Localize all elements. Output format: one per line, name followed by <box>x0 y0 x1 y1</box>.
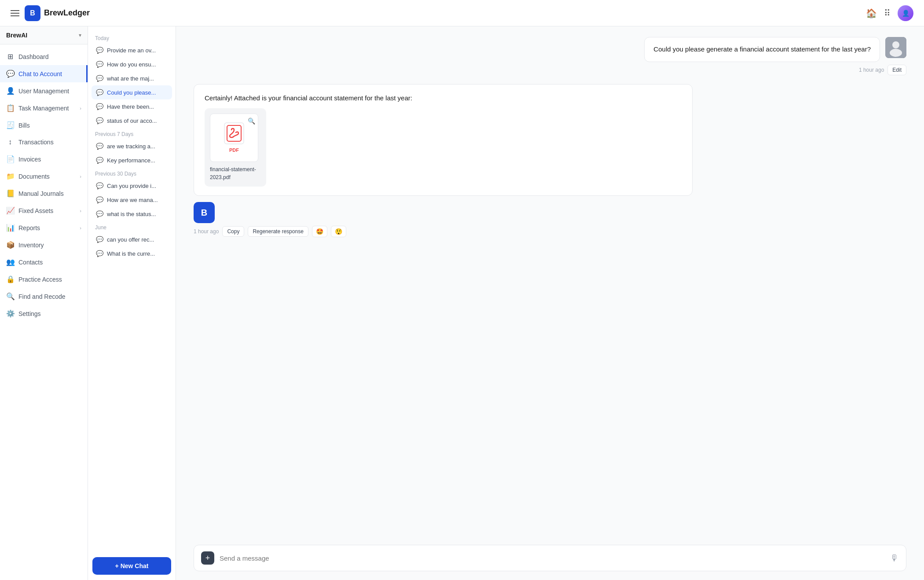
attach-button[interactable]: + <box>201 551 214 565</box>
user-message-row: Could you please generate a financial ac… <box>644 37 906 62</box>
sidebar-item-bills[interactable]: 🧾 Bills <box>0 117 88 134</box>
sidebar-item-transactions[interactable]: ↕ Transactions <box>0 134 88 151</box>
pdf-icon <box>224 122 245 145</box>
nav-icon-chat-to-account: 💬 <box>6 70 14 78</box>
hamburger-menu[interactable] <box>11 10 19 16</box>
chat-history-text-h3: what are the maj... <box>107 75 154 82</box>
pdf-attachment[interactable]: 🔍 PDF <box>205 108 266 187</box>
user-message-wrapper: Could you please generate a financial ac… <box>194 37 906 75</box>
ai-message-content: Certainly! Attached is your financial ac… <box>194 84 693 196</box>
sidebar-item-fixed-assets[interactable]: 📈 Fixed Assets › <box>0 202 88 219</box>
chat-history-item-h5[interactable]: 💬 Have there been... <box>92 99 172 114</box>
ai-message-text: Certainly! Attached is your financial ac… <box>205 93 682 103</box>
nav-chevron-fixed-assets: › <box>80 208 81 213</box>
sidebar-item-manual-journals[interactable]: 📒 Manual Journals <box>0 185 88 202</box>
sidebar-item-settings[interactable]: ⚙️ Settings <box>0 305 88 322</box>
nav-icon-settings: ⚙️ <box>6 309 14 318</box>
chat-section-label: Previous 30 Days <box>92 167 172 179</box>
nav-icon-invoices: 📄 <box>6 155 14 163</box>
grid-icon[interactable]: ⠿ <box>884 8 891 18</box>
sidebar-item-chat-to-account[interactable]: 💬 Chat to Account <box>0 65 88 82</box>
avatar-image: 👤 <box>898 5 913 21</box>
svg-point-2 <box>890 49 902 57</box>
chat-input-area: + 🎙 <box>176 538 924 580</box>
home-icon[interactable]: 🏠 <box>866 8 877 18</box>
sidebar-item-documents[interactable]: 📁 Documents › <box>0 168 88 185</box>
new-chat-button[interactable]: + New Chat <box>92 557 171 575</box>
message-input[interactable] <box>220 554 885 562</box>
nav-chevron-reports: › <box>80 225 81 231</box>
chat-history-text-h11: what is the status... <box>107 211 156 217</box>
nav-label-task-management: Task Management <box>18 105 69 112</box>
sidebar-item-find-and-recode[interactable]: 🔍 Find and Recode <box>0 288 88 305</box>
nav-items: ⊞ Dashboard 💬 Chat to Account 👤 User Man… <box>0 44 88 580</box>
chat-history-item-h3[interactable]: 💬 what are the maj... <box>92 71 172 85</box>
emoji-button-1[interactable]: 🤩 <box>312 226 327 237</box>
regenerate-button[interactable]: Regenerate response <box>248 226 308 237</box>
nav-icon-transactions: ↕ <box>6 138 14 146</box>
user-message-time: 1 hour ago <box>859 67 884 73</box>
top-header: B BrewLedger 🏠 ⠿ 👤 <box>0 0 924 26</box>
sidebar-item-reports[interactable]: 📊 Reports › <box>0 219 88 236</box>
chat-history-icon: 💬 <box>96 61 103 68</box>
chat-section-label: Today <box>92 32 172 43</box>
sidebar-item-inventory[interactable]: 📦 Inventory <box>0 236 88 253</box>
sidebar-item-practice-access[interactable]: 🔒 Practice Access <box>0 271 88 288</box>
copy-button[interactable]: Copy <box>222 226 244 237</box>
nav-label-bills: Bills <box>18 122 30 129</box>
nav-icon-dashboard: ⊞ <box>6 52 14 61</box>
chat-history-item-h10[interactable]: 💬 How are we mana... <box>92 193 172 207</box>
chat-history-item-h1[interactable]: 💬 Provide me an ov... <box>92 43 172 57</box>
nav-icon-find-and-recode: 🔍 <box>6 292 14 301</box>
nav-label-reports: Reports <box>18 224 40 231</box>
chat-sidebar-content: Today 💬 Provide me an ov... 💬 How do you… <box>88 26 176 552</box>
chat-history-item-h7[interactable]: 💬 are we tracking a... <box>92 139 172 153</box>
svg-point-1 <box>892 41 899 48</box>
chat-history-icon: 💬 <box>96 210 103 217</box>
tenant-selector[interactable]: BrewAI ▾ <box>0 26 88 44</box>
app-name: BrewLedger <box>44 8 90 18</box>
chat-history-text-h10: How are we mana... <box>107 197 158 203</box>
chat-history-item-h8[interactable]: 💬 Key performance... <box>92 153 172 167</box>
chat-history-icon: 💬 <box>96 236 103 243</box>
nav-chevron-documents: › <box>80 174 81 179</box>
nav-label-dashboard: Dashboard <box>18 53 49 60</box>
nav-label-invoices: Invoices <box>18 156 41 163</box>
chat-history-text-h12: can you offer rec... <box>107 236 154 243</box>
chat-history-item-h11[interactable]: 💬 what is the status... <box>92 207 172 221</box>
chat-history-item-h13[interactable]: 💬 What is the curre... <box>92 246 172 261</box>
chat-history-item-h6[interactable]: 💬 status of our acco... <box>92 114 172 128</box>
chat-history-item-h12[interactable]: 💬 can you offer rec... <box>92 232 172 246</box>
chat-history-sidebar: Today 💬 Provide me an ov... 💬 How do you… <box>88 26 176 580</box>
chat-history-text-h1: Provide me an ov... <box>107 47 156 54</box>
left-sidebar: BrewAI ▾ ⊞ Dashboard 💬 Chat to Account 👤… <box>0 26 88 580</box>
user-avatar[interactable]: 👤 <box>898 5 913 21</box>
pdf-label-text: PDF <box>229 147 239 154</box>
edit-button[interactable]: Edit <box>887 65 906 75</box>
nav-icon-reports: 📊 <box>6 224 14 232</box>
sidebar-item-user-management[interactable]: 👤 User Management <box>0 82 88 99</box>
chat-history-text-h8: Key performance... <box>107 157 155 164</box>
sidebar-item-contacts[interactable]: 👥 Contacts <box>0 253 88 271</box>
nav-icon-practice-access: 🔒 <box>6 275 14 283</box>
chat-history-text-h6: status of our acco... <box>107 117 157 124</box>
main-layout: BrewAI ▾ ⊞ Dashboard 💬 Chat to Account 👤… <box>0 26 924 580</box>
sidebar-item-task-management[interactable]: 📋 Task Management › <box>0 99 88 117</box>
chat-history-icon: 💬 <box>96 75 103 82</box>
emoji-button-2[interactable]: 😲 <box>331 226 346 237</box>
mic-icon[interactable]: 🎙 <box>890 553 899 563</box>
ai-message-wrapper: Certainly! Attached is your financial ac… <box>194 84 906 238</box>
logo-area: B BrewLedger <box>25 5 90 21</box>
nav-label-user-management: User Management <box>18 88 69 95</box>
chat-history-item-h4[interactable]: 💬 Could you please... <box>92 85 172 99</box>
chat-history-item-h9[interactable]: 💬 Can you provide i... <box>92 179 172 193</box>
tenant-name: BrewAI <box>6 32 27 39</box>
nav-icon-user-management: 👤 <box>6 87 14 95</box>
chat-messages: Could you please generate a financial ac… <box>176 26 924 538</box>
magnify-icon: 🔍 <box>248 117 255 126</box>
sidebar-item-dashboard[interactable]: ⊞ Dashboard <box>0 48 88 65</box>
chat-history-item-h2[interactable]: 💬 How do you ensu... <box>92 57 172 71</box>
nav-label-chat-to-account: Chat to Account <box>18 70 62 77</box>
ai-message-time: 1 hour ago <box>194 228 219 235</box>
sidebar-item-invoices[interactable]: 📄 Invoices <box>0 151 88 168</box>
